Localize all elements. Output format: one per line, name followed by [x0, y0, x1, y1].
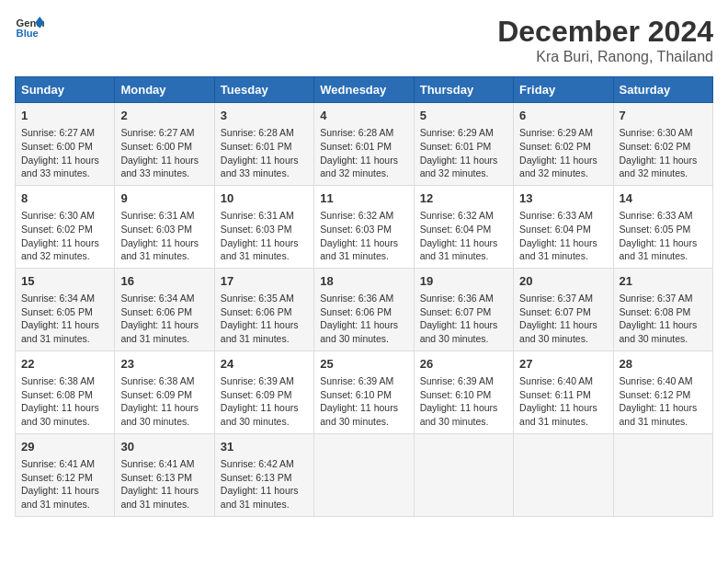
calendar-cell: 23Sunrise: 6:38 AMSunset: 6:09 PMDayligh…	[115, 350, 214, 433]
day-number: 25	[320, 356, 407, 373]
calendar-cell: 29Sunrise: 6:41 AMSunset: 6:12 PMDayligh…	[16, 433, 115, 516]
calendar-cell: 28Sunrise: 6:40 AMSunset: 6:12 PMDayligh…	[613, 350, 712, 433]
sub-title: Kra Buri, Ranong, Thailand	[497, 49, 713, 65]
title-area: December 2024 Kra Buri, Ranong, Thailand	[497, 15, 713, 65]
day-number: 6	[519, 108, 607, 124]
calendar-cell: 31Sunrise: 6:42 AMSunset: 6:13 PMDayligh…	[214, 433, 313, 516]
calendar-cell: 19Sunrise: 6:36 AMSunset: 6:07 PMDayligh…	[414, 268, 513, 350]
calendar-cell: 4Sunrise: 6:28 AMSunset: 6:01 PMDaylight…	[314, 103, 414, 186]
calendar-week-row: 22Sunrise: 6:38 AMSunset: 6:08 PMDayligh…	[16, 350, 713, 433]
calendar-cell: 5Sunrise: 6:29 AMSunset: 6:01 PMDaylight…	[414, 103, 513, 186]
calendar-cell	[314, 433, 414, 516]
calendar-cell: 26Sunrise: 6:39 AMSunset: 6:10 PMDayligh…	[414, 350, 513, 433]
calendar-week-row: 1Sunrise: 6:27 AMSunset: 6:00 PMDaylight…	[16, 103, 713, 186]
calendar-cell: 14Sunrise: 6:33 AMSunset: 6:05 PMDayligh…	[613, 185, 712, 268]
header-wednesday: Wednesday	[314, 77, 414, 103]
day-number: 27	[519, 356, 607, 373]
day-number: 24	[221, 356, 308, 373]
calendar-cell: 27Sunrise: 6:40 AMSunset: 6:11 PMDayligh…	[514, 350, 613, 433]
calendar-cell: 12Sunrise: 6:32 AMSunset: 6:04 PMDayligh…	[414, 185, 513, 268]
calendar-header-row: SundayMondayTuesdayWednesdayThursdayFrid…	[16, 77, 713, 103]
calendar-cell	[414, 433, 513, 516]
header-friday: Friday	[514, 77, 613, 103]
day-number: 28	[620, 356, 707, 373]
day-number: 9	[120, 190, 208, 207]
calendar-cell: 2Sunrise: 6:27 AMSunset: 6:00 PMDaylight…	[115, 103, 214, 186]
calendar-cell: 3Sunrise: 6:28 AMSunset: 6:01 PMDaylight…	[214, 103, 313, 186]
day-number: 22	[21, 356, 108, 373]
calendar-cell: 13Sunrise: 6:33 AMSunset: 6:04 PMDayligh…	[514, 185, 613, 268]
day-number: 14	[620, 190, 707, 207]
calendar-cell: 10Sunrise: 6:31 AMSunset: 6:03 PMDayligh…	[214, 185, 313, 268]
day-number: 30	[120, 439, 208, 455]
day-number: 5	[420, 108, 507, 124]
day-number: 3	[221, 108, 308, 124]
logo: General Blue	[15, 15, 44, 40]
day-number: 20	[519, 273, 607, 290]
svg-text:Blue: Blue	[17, 28, 39, 39]
header-saturday: Saturday	[613, 77, 712, 103]
calendar-week-row: 8Sunrise: 6:30 AMSunset: 6:02 PMDaylight…	[16, 185, 713, 268]
calendar-cell: 24Sunrise: 6:39 AMSunset: 6:09 PMDayligh…	[214, 350, 313, 433]
calendar-table: SundayMondayTuesdayWednesdayThursdayFrid…	[15, 76, 713, 517]
header-tuesday: Tuesday	[214, 77, 313, 103]
calendar-week-row: 29Sunrise: 6:41 AMSunset: 6:12 PMDayligh…	[16, 433, 713, 516]
day-number: 7	[620, 108, 707, 124]
calendar-cell: 8Sunrise: 6:30 AMSunset: 6:02 PMDaylight…	[16, 185, 115, 268]
header: General Blue December 2024 Kra Buri, Ran…	[15, 15, 713, 65]
day-number: 17	[221, 273, 308, 290]
day-number: 2	[120, 108, 208, 124]
calendar-cell: 18Sunrise: 6:36 AMSunset: 6:06 PMDayligh…	[314, 268, 414, 350]
main-title: December 2024	[497, 15, 713, 49]
day-number: 19	[420, 273, 507, 290]
header-monday: Monday	[115, 77, 214, 103]
calendar-cell: 22Sunrise: 6:38 AMSunset: 6:08 PMDayligh…	[16, 350, 115, 433]
calendar-cell: 15Sunrise: 6:34 AMSunset: 6:05 PMDayligh…	[16, 268, 115, 350]
header-thursday: Thursday	[414, 77, 513, 103]
day-number: 15	[21, 273, 108, 290]
day-number: 31	[221, 439, 308, 455]
day-number: 21	[620, 273, 707, 290]
day-number: 29	[21, 439, 108, 455]
day-number: 1	[21, 108, 108, 124]
day-number: 23	[120, 356, 208, 373]
calendar-cell	[613, 433, 712, 516]
calendar-cell: 20Sunrise: 6:37 AMSunset: 6:07 PMDayligh…	[514, 268, 613, 350]
day-number: 8	[21, 190, 108, 207]
logo-icon: General Blue	[15, 15, 44, 40]
day-number: 4	[320, 108, 407, 124]
calendar-cell: 16Sunrise: 6:34 AMSunset: 6:06 PMDayligh…	[115, 268, 214, 350]
calendar-cell: 6Sunrise: 6:29 AMSunset: 6:02 PMDaylight…	[514, 103, 613, 186]
calendar-cell: 30Sunrise: 6:41 AMSunset: 6:13 PMDayligh…	[115, 433, 214, 516]
calendar-cell: 7Sunrise: 6:30 AMSunset: 6:02 PMDaylight…	[613, 103, 712, 186]
day-number: 12	[420, 190, 507, 207]
calendar-cell: 9Sunrise: 6:31 AMSunset: 6:03 PMDaylight…	[115, 185, 214, 268]
header-sunday: Sunday	[16, 77, 115, 103]
day-number: 16	[120, 273, 208, 290]
day-number: 13	[519, 190, 607, 207]
calendar-week-row: 15Sunrise: 6:34 AMSunset: 6:05 PMDayligh…	[16, 268, 713, 350]
calendar-cell: 25Sunrise: 6:39 AMSunset: 6:10 PMDayligh…	[314, 350, 414, 433]
calendar-cell: 17Sunrise: 6:35 AMSunset: 6:06 PMDayligh…	[214, 268, 313, 350]
calendar-cell: 21Sunrise: 6:37 AMSunset: 6:08 PMDayligh…	[613, 268, 712, 350]
day-number: 11	[320, 190, 407, 207]
calendar-cell	[514, 433, 613, 516]
calendar-cell: 1Sunrise: 6:27 AMSunset: 6:00 PMDaylight…	[16, 103, 115, 186]
day-number: 18	[320, 273, 407, 290]
calendar-cell: 11Sunrise: 6:32 AMSunset: 6:03 PMDayligh…	[314, 185, 414, 268]
day-number: 10	[221, 190, 308, 207]
day-number: 26	[420, 356, 507, 373]
